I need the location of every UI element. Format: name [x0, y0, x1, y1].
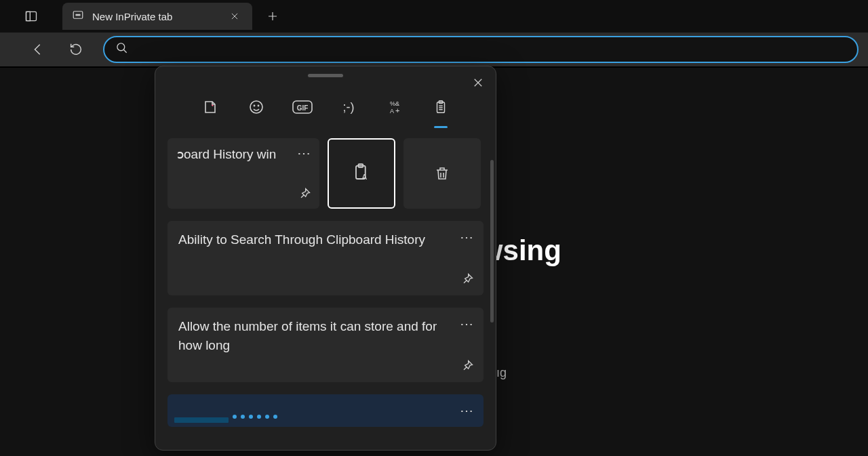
svg-point-3: [76, 14, 77, 16]
clipboard-selected-row: ɔoard History win ⋯ A: [167, 138, 484, 209]
svg-point-6: [117, 43, 125, 51]
svg-text:+: +: [395, 106, 399, 115]
item-more-button[interactable]: ⋯: [460, 229, 474, 245]
tab-emoji[interactable]: [243, 94, 269, 120]
clipboard-list: ɔoard History win ⋯ A Ability to Search …: [155, 130, 496, 450]
browser-tab[interactable]: New InPrivate tab: [62, 3, 252, 30]
clipboard-item-text: Ability to Search Through Clipboard Hist…: [178, 230, 452, 249]
clipboard-item[interactable]: Allow the number of items it can store a…: [167, 308, 484, 382]
scrollbar-thumb[interactable]: [490, 160, 494, 323]
tab-sticker[interactable]: [197, 94, 223, 120]
titlebar: New InPrivate tab: [0, 0, 868, 33]
inprivate-tab-icon: [72, 9, 84, 24]
svg-point-9: [254, 105, 254, 106]
item-pin-button[interactable]: [460, 359, 474, 375]
tab-kaomoji[interactable]: ;-): [336, 94, 361, 120]
back-button[interactable]: [27, 39, 49, 60]
svg-rect-0: [26, 12, 37, 20]
clipboard-item-text: Allow the number of items it can store a…: [178, 317, 452, 354]
panel-scrollbar[interactable]: [490, 160, 494, 417]
clipboard-item-text: ɔoard History win: [177, 146, 310, 162]
panel-drag-handle[interactable]: [308, 74, 343, 77]
svg-text:GIF: GIF: [297, 104, 309, 112]
svg-point-8: [250, 101, 262, 113]
paste-as-text-button[interactable]: A: [328, 138, 395, 209]
svg-point-10: [258, 105, 258, 106]
svg-rect-2: [73, 12, 83, 19]
tab-close-button[interactable]: [226, 8, 243, 24]
search-icon: [115, 41, 129, 58]
browser-toolbar: [0, 33, 868, 68]
tab-clipboard[interactable]: [428, 94, 454, 120]
svg-point-5: [77, 14, 79, 16]
svg-text:A: A: [390, 108, 394, 115]
item-more-button[interactable]: ⋯: [297, 145, 311, 161]
svg-rect-1: [26, 12, 31, 20]
panel-close-button[interactable]: [469, 73, 488, 92]
new-tab-button[interactable]: [259, 3, 286, 30]
item-more-button[interactable]: ⋯: [460, 402, 474, 419]
svg-point-4: [79, 14, 80, 16]
panel-drag-handle-row: [155, 66, 496, 84]
tab-title: New InPrivate tab: [92, 11, 218, 22]
tab-gif[interactable]: GIF: [290, 94, 315, 120]
clipboard-item[interactable]: Ability to Search Through Clipboard Hist…: [167, 221, 484, 295]
delete-item-button[interactable]: [403, 138, 481, 209]
tab-symbols[interactable]: %&A+: [382, 94, 408, 120]
partial-text: ıg: [496, 366, 507, 380]
item-pin-button[interactable]: [298, 187, 311, 203]
svg-text:A: A: [362, 173, 368, 181]
address-bar[interactable]: [103, 36, 859, 63]
item-more-button[interactable]: ⋯: [460, 316, 474, 332]
refresh-button[interactable]: [65, 39, 87, 60]
emoji-clipboard-panel: GIF ;-) %&A+ ɔoard History win ⋯ A: [155, 66, 496, 451]
svg-text:%: %: [390, 100, 395, 107]
clipboard-item-image[interactable]: ⋯: [167, 394, 484, 427]
tab-actions-button[interactable]: [19, 4, 43, 28]
clipboard-item[interactable]: ɔoard History win ⋯: [167, 138, 319, 209]
item-pin-button[interactable]: [460, 272, 474, 289]
panel-tabs: GIF ;-) %&A+: [155, 84, 496, 130]
